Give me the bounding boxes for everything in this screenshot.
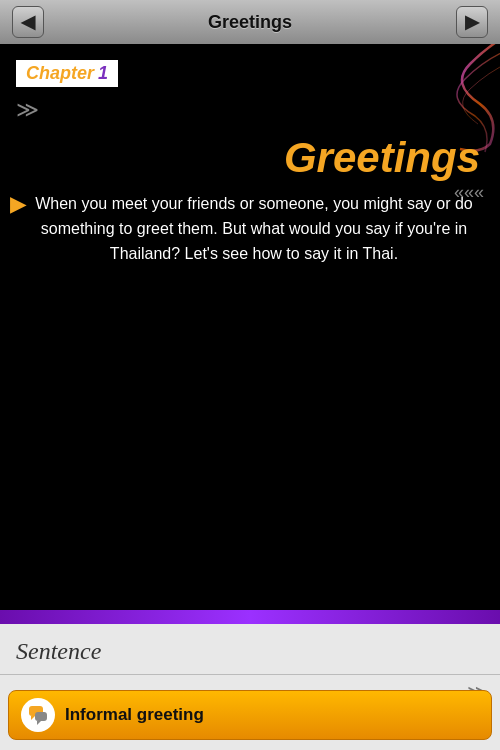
informal-greeting-label: Informal greeting (65, 705, 204, 725)
page-title: Greetings (208, 12, 292, 33)
greetings-heading: Greetings (284, 134, 480, 182)
back-arrow-button[interactable]: ◀ (12, 6, 44, 38)
speech-bubble-icon (21, 698, 55, 732)
double-chevron-icon: ≫ (16, 99, 39, 121)
svg-marker-3 (37, 721, 41, 725)
sentence-section: Sentence ≫ Informal greeting (0, 624, 500, 750)
informal-greeting-button[interactable]: Informal greeting (8, 690, 492, 740)
top-navigation-bar: ◀ Greetings ▶ (0, 0, 500, 44)
main-content-area: Chapter1 ≫ Greetings ««« ▶ When you meet… (0, 44, 500, 624)
sentence-divider (0, 674, 500, 675)
chapter-badge: Chapter1 (16, 60, 118, 87)
sentence-label: Sentence (16, 638, 101, 665)
svg-rect-2 (35, 712, 47, 721)
forward-arrow-button[interactable]: ▶ (456, 6, 488, 38)
body-text: When you meet your friends or someone, y… (28, 192, 480, 266)
quote-start-marker: ▶ (10, 192, 25, 216)
chapter-number: 1 (98, 63, 108, 83)
purple-strip (0, 610, 500, 624)
chapter-word: Chapter (26, 63, 94, 83)
svg-marker-1 (31, 716, 35, 720)
